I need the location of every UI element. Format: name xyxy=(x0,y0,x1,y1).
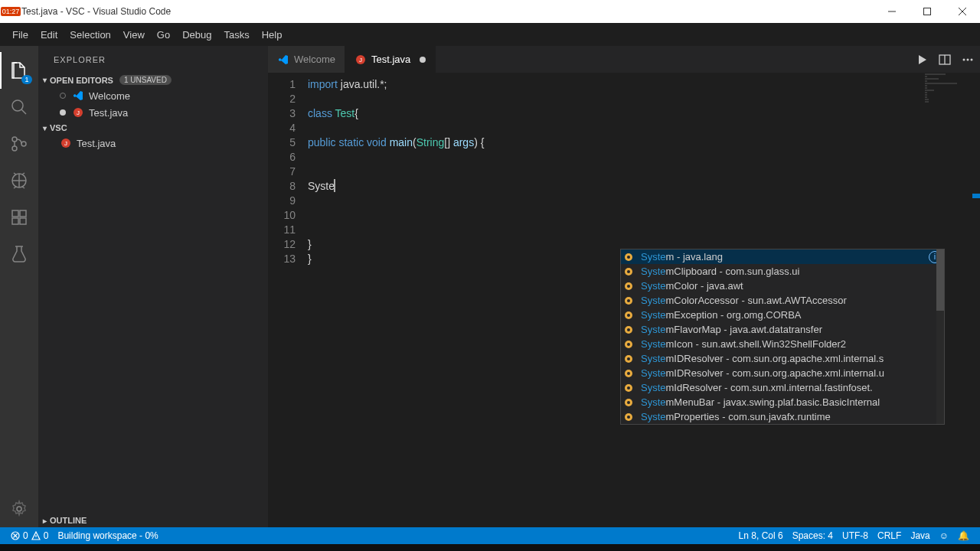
class-icon xyxy=(624,311,636,320)
run-icon[interactable] xyxy=(916,54,928,66)
autocomplete-label: SystemMenuBar - javax.swing.plaf.basic.B… xyxy=(641,395,941,409)
status-building-task[interactable]: Building workspace - 0% xyxy=(53,527,162,544)
activity-debug-icon[interactable] xyxy=(0,162,38,199)
folder-section-header[interactable]: ▾ VSC xyxy=(38,121,268,135)
code-line[interactable]: Syste xyxy=(308,179,980,194)
code-line[interactable] xyxy=(308,165,980,179)
menu-item-view[interactable]: View xyxy=(117,26,151,44)
overview-ruler[interactable] xyxy=(971,73,980,527)
menu-item-help[interactable]: Help xyxy=(256,26,289,44)
vscode-taskbar-icon[interactable] xyxy=(187,544,224,551)
tab-label: Welcome xyxy=(294,54,335,65)
autocomplete-item[interactable]: SystemIDResolver - com.sun.org.apache.xm… xyxy=(621,351,944,366)
text-cursor xyxy=(334,179,335,192)
more-icon[interactable] xyxy=(962,54,974,66)
open-editors-section-header[interactable]: ▾ OPEN EDITORS 1 UNSAVED xyxy=(38,73,268,87)
svg-rect-13 xyxy=(20,210,26,217)
outline-section-header[interactable]: ▸ OUTLINE xyxy=(38,514,268,527)
code-line[interactable] xyxy=(308,208,980,223)
autocomplete-item[interactable]: SystemIdResolver - com.sun.xml.internal.… xyxy=(621,380,944,395)
activity-explorer-icon[interactable]: 1 xyxy=(0,52,38,89)
status-encoding[interactable]: UTF-8 xyxy=(838,527,873,544)
status-feedback-icon[interactable]: ☺ xyxy=(935,527,953,544)
svg-rect-14 xyxy=(12,218,18,224)
autocomplete-item[interactable]: SystemException - org.omg.CORBAi xyxy=(621,308,944,322)
status-notifications-icon[interactable]: 🔔 xyxy=(953,527,974,544)
activity-search-icon[interactable] xyxy=(0,89,38,126)
window-minimize-button[interactable] xyxy=(874,0,910,23)
status-ln-col[interactable]: Ln 8, Col 6 xyxy=(734,527,788,544)
svg-point-52 xyxy=(627,416,630,419)
autocomplete-item[interactable]: SystemFlavorMap - java.awt.datatransferi xyxy=(621,322,944,337)
start-button[interactable] xyxy=(3,544,40,551)
code-line[interactable]: public static void main(String[] args) { xyxy=(308,135,980,150)
code-editor[interactable]: 12345678910111213 import java.util.*;cla… xyxy=(268,73,980,527)
split-editor-icon[interactable] xyxy=(939,54,951,66)
code-line[interactable]: import java.util.*; xyxy=(308,77,980,92)
windows-titlebar: 01:27 Test.java - VSC - Visual Studio Co… xyxy=(0,0,980,23)
autocomplete-item[interactable]: SystemIDResolver - com.sun.org.apache.xm… xyxy=(621,366,944,380)
menu-item-file[interactable]: File xyxy=(6,26,34,44)
autocomplete-label: SystemColor - java.awt xyxy=(641,279,941,293)
notepad-icon[interactable] xyxy=(113,544,150,551)
java-file-icon: J xyxy=(72,106,84,119)
file-explorer-icon[interactable] xyxy=(77,544,113,551)
svg-text:J: J xyxy=(359,57,362,64)
window-close-button[interactable] xyxy=(945,0,980,23)
overview-ruler-marker xyxy=(972,194,980,198)
open-editor-item[interactable]: Welcome xyxy=(38,87,268,104)
file-tree-item[interactable]: JTest.java xyxy=(38,135,268,152)
menu-item-go[interactable]: Go xyxy=(151,26,176,44)
svg-point-8 xyxy=(21,142,26,146)
menu-item-debug[interactable]: Debug xyxy=(176,26,217,44)
open-editor-label: Test.java xyxy=(89,107,128,119)
status-language[interactable]: Java xyxy=(906,527,934,544)
autocomplete-label: SystemIDResolver - com.sun.org.apache.xm… xyxy=(641,366,941,380)
code-line[interactable] xyxy=(308,194,980,208)
activity-scm-icon[interactable] xyxy=(0,126,38,162)
class-icon xyxy=(624,296,636,305)
autocomplete-item[interactable]: SystemProperties - com.sun.javafx.runtim… xyxy=(621,409,944,424)
editor-tab[interactable]: JTest.java xyxy=(345,46,436,73)
menu-item-tasks[interactable]: Tasks xyxy=(217,26,255,44)
class-icon xyxy=(624,383,636,393)
autocomplete-item[interactable]: SystemIcon - sun.awt.shell.Win32ShellFol… xyxy=(621,337,944,351)
code-line[interactable] xyxy=(308,223,980,237)
code-line[interactable] xyxy=(308,150,980,165)
svg-point-48 xyxy=(627,386,630,390)
code-line[interactable] xyxy=(308,121,980,135)
class-icon xyxy=(624,354,636,364)
autocomplete-label: SystemColorAccessor - sun.awt.AWTAccesso… xyxy=(641,293,941,308)
chrome-icon[interactable] xyxy=(150,544,187,551)
activity-extensions-icon[interactable] xyxy=(0,199,38,236)
autocomplete-item[interactable]: SystemClipboard - com.sun.glass.uii xyxy=(621,264,944,279)
autocomplete-label: System - java.lang xyxy=(641,249,926,264)
autocomplete-item[interactable]: SystemColor - java.awti xyxy=(621,279,944,293)
autocomplete-item[interactable]: System - java.langi xyxy=(621,249,944,264)
suggest-scrollbar[interactable] xyxy=(936,249,944,424)
menu-bar: FileEditSelectionViewGoDebugTasksHelp xyxy=(0,23,980,46)
status-eol[interactable]: CRLF xyxy=(873,527,906,544)
activity-test-icon[interactable] xyxy=(0,236,38,272)
open-editor-item[interactable]: JTest.java xyxy=(38,104,268,121)
autocomplete-label: SystemIdResolver - com.sun.xml.internal.… xyxy=(641,380,941,395)
status-indent[interactable]: Spaces: 4 xyxy=(788,527,838,544)
code-line[interactable]: class Test{ xyxy=(308,106,980,121)
menu-item-edit[interactable]: Edit xyxy=(34,26,64,44)
taskview-icon[interactable] xyxy=(40,544,77,551)
svg-text:J: J xyxy=(77,109,80,116)
svg-rect-12 xyxy=(12,210,18,217)
autocomplete-item[interactable]: SystemMenuBar - javax.swing.plaf.basic.B… xyxy=(621,395,944,409)
chevron-down-icon: ▾ xyxy=(43,76,47,84)
window-maximize-button[interactable] xyxy=(910,0,945,23)
autocomplete-item[interactable]: SystemColorAccessor - sun.awt.AWTAccesso… xyxy=(621,293,944,308)
status-problems[interactable]: 0 0 xyxy=(6,527,53,544)
code-line[interactable] xyxy=(308,92,980,106)
editor-tab[interactable]: Welcome xyxy=(268,46,345,73)
sidebar: EXPLORER ▾ OPEN EDITORS 1 UNSAVED Welcom… xyxy=(38,46,268,527)
explorer-badge: 1 xyxy=(21,75,32,84)
suggest-scrollbar-thumb[interactable] xyxy=(936,249,944,311)
activity-settings-icon[interactable] xyxy=(0,491,38,527)
autocomplete-popup[interactable]: System - java.langiSystemClipboard - com… xyxy=(620,249,945,425)
menu-item-selection[interactable]: Selection xyxy=(64,26,116,44)
